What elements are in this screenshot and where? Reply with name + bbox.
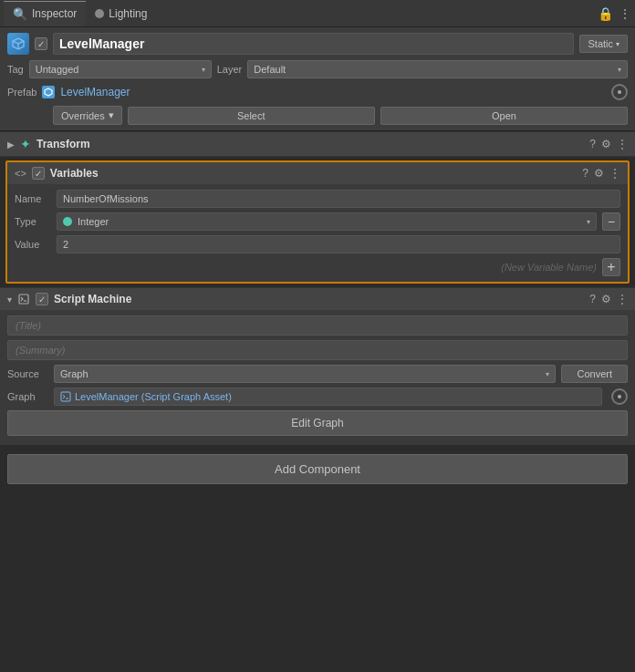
source-value: Graph	[60, 368, 88, 379]
static-dropdown-arrow: ▾	[616, 40, 619, 48]
graph-row: Graph LevelManager (Script Graph Asset)	[7, 388, 628, 406]
sm-title-input[interactable]	[7, 315, 628, 336]
edit-graph-label: Edit Graph	[291, 417, 343, 429]
edit-graph-button[interactable]: Edit Graph	[7, 410, 628, 436]
sm-more-icon[interactable]: ⋮	[617, 293, 628, 305]
add-component-area: Add Component	[0, 445, 635, 493]
transform-help-icon[interactable]: ?	[589, 138, 596, 150]
static-button[interactable]: Static ▾	[579, 35, 628, 53]
prefab-cube-icon	[44, 88, 53, 97]
graph-target-dot	[618, 395, 621, 398]
new-var-placeholder: (New Variable Name)	[15, 262, 597, 273]
transform-section: ▶ ✦ Transform ? ⚙ ⋮	[0, 131, 635, 157]
go-active-checkbox[interactable]	[35, 37, 47, 50]
go-name-input[interactable]	[53, 33, 574, 55]
transform-title: Transform	[36, 138, 584, 150]
type-arrow: ▾	[587, 218, 590, 226]
prefab-icon	[42, 86, 55, 98]
sm-title: Script Machine	[54, 293, 584, 305]
type-label: Type	[15, 216, 51, 227]
svg-rect-3	[19, 295, 28, 304]
prefab-name: LevelManager	[60, 86, 130, 98]
select-label: Select	[237, 110, 265, 121]
tag-layer-row: Tag Untagged ▾ Layer Default ▾	[7, 60, 628, 78]
remove-variable-button[interactable]: −	[602, 212, 620, 231]
inspector-icon: 🔍	[13, 7, 27, 21]
svg-marker-2	[45, 88, 52, 96]
overrides-dropdown[interactable]: Overrides ▾	[53, 106, 122, 125]
variables-code-icon: <>	[15, 168, 26, 179]
value-label: Value	[15, 239, 51, 250]
select-button[interactable]: Select	[128, 107, 375, 125]
prefab-target-icon[interactable]	[611, 84, 628, 100]
go-header: Static ▾	[7, 33, 628, 55]
tab-bar-actions: 🔒 ⋮	[598, 6, 631, 21]
graph-value-field[interactable]: LevelManager (Script Graph Asset)	[54, 388, 602, 406]
prefab-label: Prefab	[7, 87, 36, 98]
more-options-icon[interactable]: ⋮	[619, 6, 631, 21]
variable-value-input[interactable]	[57, 235, 620, 253]
target-dot	[618, 90, 621, 94]
variables-more-icon[interactable]: ⋮	[609, 167, 620, 180]
graph-asset-name: LevelManager (Script Graph Asset)	[75, 391, 232, 402]
script-machine-body: Source Graph ▾ Convert Graph LevelManage…	[0, 310, 635, 445]
variables-active-checkbox[interactable]	[32, 167, 45, 180]
type-dropdown[interactable]: Integer ▾	[57, 212, 597, 231]
layer-label: Layer	[217, 64, 243, 75]
tab-inspector[interactable]: 🔍 Inspector	[4, 1, 86, 26]
transform-actions: ? ⚙ ⋮	[589, 138, 628, 150]
tag-label: Tag	[7, 64, 24, 75]
type-value: Integer	[78, 216, 581, 227]
tab-lighting[interactable]: Lighting	[86, 1, 156, 26]
lighting-icon-circle	[95, 9, 104, 18]
open-button[interactable]: Open	[380, 107, 628, 125]
sm-actions: ? ⚙ ⋮	[589, 293, 628, 305]
tag-dropdown[interactable]: Untagged ▾	[29, 60, 212, 78]
sm-help-icon[interactable]: ?	[589, 293, 596, 305]
sm-active-checkbox[interactable]	[36, 293, 48, 305]
script-machine-section: ▾ Script Machine ? ⚙ ⋮ Source Graph ▾ Co…	[0, 287, 635, 445]
graph-target-icon[interactable]	[611, 388, 628, 405]
name-label: Name	[15, 193, 51, 204]
sm-summary-input[interactable]	[7, 340, 628, 360]
add-component-button[interactable]: Add Component	[7, 454, 628, 484]
transform-collapse-arrow[interactable]: ▶	[7, 140, 15, 150]
tab-inspector-label: Inspector	[32, 7, 77, 20]
cube-icon	[11, 36, 26, 51]
minus-icon: −	[608, 215, 615, 228]
script-machine-icon	[17, 293, 30, 305]
source-label: Source	[7, 368, 48, 379]
open-label: Open	[492, 110, 516, 121]
new-variable-row: (New Variable Name) +	[15, 258, 620, 276]
variables-settings-icon[interactable]: ⚙	[594, 167, 604, 180]
sm-settings-icon[interactable]: ⚙	[601, 293, 611, 305]
tab-lighting-label: Lighting	[109, 7, 147, 20]
variables-body: Name Type Integer ▾ − Value (New Variabl…	[7, 184, 628, 282]
transform-more-icon[interactable]: ⋮	[617, 138, 628, 150]
layer-arrow: ▾	[618, 66, 621, 74]
overrides-arrow: ▾	[109, 109, 114, 121]
variables-section: <> Variables ? ⚙ ⋮ Name Type Integer ▾ −	[5, 160, 630, 284]
add-variable-button[interactable]: +	[602, 258, 620, 276]
convert-label: Convert	[577, 368, 612, 379]
add-component-label: Add Component	[275, 462, 360, 476]
variable-name-input[interactable]	[57, 190, 620, 208]
graph-label: Graph	[7, 391, 48, 402]
static-label: Static	[588, 38, 613, 49]
script-machine-header: ▾ Script Machine ? ⚙ ⋮	[0, 287, 635, 310]
transform-settings-icon[interactable]: ⚙	[601, 138, 611, 150]
overrides-row: Overrides ▾ Select Open	[53, 106, 628, 125]
go-icon	[7, 33, 29, 55]
variables-help-icon[interactable]: ?	[582, 167, 588, 180]
source-dropdown[interactable]: Graph ▾	[54, 365, 556, 383]
inspector-panel: Static ▾ Tag Untagged ▾ Layer Default ▾ …	[0, 27, 635, 131]
layer-value: Default	[254, 64, 286, 75]
sm-collapse-arrow[interactable]: ▾	[7, 295, 12, 305]
tab-bar: 🔍 Inspector Lighting 🔒 ⋮	[0, 0, 635, 27]
type-dot	[63, 217, 72, 226]
overrides-label: Overrides	[61, 110, 105, 121]
convert-button[interactable]: Convert	[561, 365, 628, 383]
layer-dropdown[interactable]: Default ▾	[247, 60, 628, 78]
lock-icon[interactable]: 🔒	[598, 6, 613, 21]
prefab-row: Prefab LevelManager	[7, 84, 628, 100]
